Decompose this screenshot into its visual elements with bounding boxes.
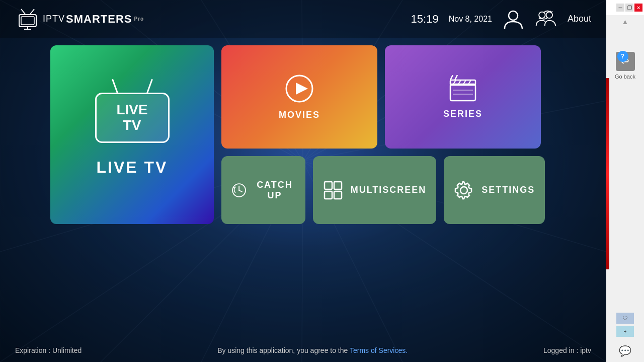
svg-line-36 xyxy=(455,75,457,80)
red-accent-bar xyxy=(606,78,609,269)
time-display: 15:19 xyxy=(411,13,439,26)
live-tv-screen-text: LIVE TV xyxy=(116,102,147,133)
tile-multiscreen[interactable]: MULTISCREEN xyxy=(313,156,437,224)
windows-chrome: ─ ❐ ✕ ▲ ? ↩ Go back 🛡 + 💬 xyxy=(606,0,644,362)
svg-point-26 xyxy=(546,12,552,19)
header: IPTV SMARTERS Pro 15:19 Nov 8, 2021 xyxy=(0,0,606,38)
bottom-tiles-row: CATCH UP MULTISCREEN xyxy=(221,156,541,224)
switch-user-avatar-icon xyxy=(535,8,557,30)
header-right: 15:19 Nov 8, 2021 xyxy=(411,8,591,30)
series-label: SERIES xyxy=(443,109,482,119)
svg-line-35 xyxy=(450,75,453,80)
logo-iptv: IPTV xyxy=(43,14,65,24)
multiscreen-label: MULTISCREEN xyxy=(351,185,427,195)
svg-line-18 xyxy=(30,9,34,14)
footer-expiration: Expiration : Unlimited xyxy=(15,346,82,354)
settings-gear-icon xyxy=(454,180,474,200)
footer-logged-in: Logged in : iptv xyxy=(543,346,591,354)
svg-rect-43 xyxy=(334,182,342,189)
svg-rect-44 xyxy=(325,191,332,199)
svg-line-17 xyxy=(21,9,25,14)
tile-catchup[interactable]: CATCH UP xyxy=(221,156,305,224)
catchup-label: CATCH UP xyxy=(254,180,295,201)
shield-icon: 🛡 xyxy=(616,313,634,324)
svg-point-25 xyxy=(539,12,545,19)
svg-rect-45 xyxy=(334,191,342,199)
multiscreen-grid-icon xyxy=(323,180,343,200)
live-tv-icon-container: LIVE TV xyxy=(95,93,170,143)
plus-icon[interactable]: + xyxy=(616,326,634,337)
go-back-label: Go back xyxy=(615,74,635,80)
user-avatar-icon xyxy=(502,8,525,30)
main-content: LIVE TV LIVE TV MOVIES xyxy=(50,45,553,224)
restore-button[interactable]: ❐ xyxy=(625,4,633,12)
logo-smarters: SMARTERS xyxy=(66,13,132,26)
switch-user-icon[interactable] xyxy=(535,8,557,30)
bottom-icons: 🛡 + xyxy=(606,313,644,337)
svg-point-46 xyxy=(460,187,467,194)
footer-terms: By using this application, you agree to … xyxy=(217,346,408,354)
svg-rect-29 xyxy=(450,84,475,101)
chat-icon[interactable]: 💬 xyxy=(619,345,631,357)
close-button[interactable]: ✕ xyxy=(634,4,642,12)
settings-label: SETTINGS xyxy=(481,185,535,195)
live-tv-label: LIVE TV xyxy=(97,158,168,177)
go-back-area[interactable]: ↩ Go back xyxy=(612,44,638,87)
footer: Expiration : Unlimited By using this app… xyxy=(0,346,606,354)
series-clapper-icon xyxy=(448,75,478,103)
logo-tv-icon xyxy=(15,7,40,32)
tile-live-tv[interactable]: LIVE TV LIVE TV xyxy=(50,45,214,224)
win-titlebar: ─ ❐ ✕ xyxy=(606,0,644,15)
svg-marker-28 xyxy=(296,83,308,95)
terms-link[interactable]: Terms of Services. xyxy=(350,346,408,354)
minimize-button[interactable]: ─ xyxy=(616,4,624,12)
svg-line-41 xyxy=(239,190,242,192)
movies-label: MOVIES xyxy=(279,110,320,120)
tile-settings[interactable]: SETTINGS xyxy=(444,156,545,224)
svg-point-24 xyxy=(509,11,518,20)
tile-movies[interactable]: MOVIES xyxy=(221,45,377,149)
catchup-clock-icon xyxy=(231,180,247,200)
about-button[interactable]: About xyxy=(568,14,591,24)
app-container: IPTV SMARTERS Pro 15:19 Nov 8, 2021 xyxy=(0,0,606,362)
date-display: Nov 8, 2021 xyxy=(449,15,492,24)
svg-rect-42 xyxy=(325,182,332,189)
logo-area: IPTV SMARTERS Pro xyxy=(15,7,411,32)
logo-pro: Pro xyxy=(134,16,144,22)
svg-rect-20 xyxy=(21,17,34,25)
tile-series[interactable]: SERIES xyxy=(385,45,541,149)
user-profile-icon[interactable] xyxy=(502,8,525,30)
help-question-button[interactable]: ? xyxy=(617,51,628,62)
tiles-grid: LIVE TV LIVE TV MOVIES xyxy=(50,45,553,224)
movies-play-icon xyxy=(284,74,314,104)
logo-text: IPTV SMARTERS Pro xyxy=(43,13,144,26)
scroll-up-arrow[interactable]: ▲ xyxy=(619,15,631,28)
